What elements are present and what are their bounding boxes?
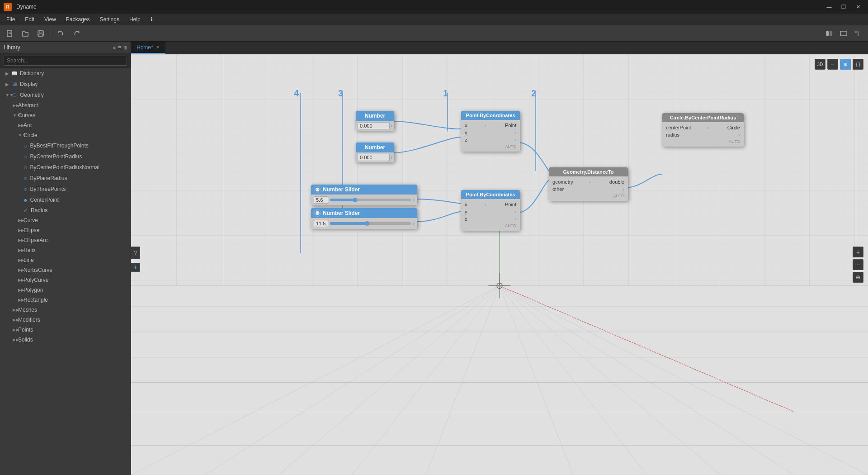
tree-item-nurbscurve[interactable]: ▶ NurbsCurve xyxy=(0,265,131,275)
helix-label: Helix xyxy=(24,247,127,253)
tree-item-ellipse[interactable]: ▶ Ellipse xyxy=(0,225,131,235)
menu-view[interactable]: View xyxy=(40,15,61,24)
number-node-1-value[interactable]: 0.000 xyxy=(358,122,390,129)
slider-2-thumb[interactable] xyxy=(365,221,369,226)
point-node-2-body: x › Point y › z › AUTO xyxy=(461,199,520,231)
tab-close-icon[interactable]: ✕ xyxy=(156,45,160,50)
curves-arrow: ▼ xyxy=(13,113,18,118)
layout2-button[interactable] xyxy=(837,27,850,40)
point-node-2[interactable]: Point.ByCoordinates x › Point y › z › xyxy=(461,190,520,231)
library-view-btn[interactable]: ☰ xyxy=(118,45,122,50)
number-node-2-value[interactable]: 0.000 xyxy=(358,154,390,161)
slider-1-icon: ⊛ xyxy=(314,186,321,193)
circle-center-label: centerPoint xyxy=(666,125,691,130)
point-node-1[interactable]: Point.ByCoordinates x › Point y › z › xyxy=(461,111,520,152)
menu-info[interactable]: ℹ xyxy=(146,15,157,24)
number-node-1-header: Number xyxy=(356,111,394,121)
tree-item-meshes[interactable]: ▶ Meshes xyxy=(0,305,131,315)
tab-home-label: Home* xyxy=(137,44,153,51)
search-input[interactable] xyxy=(4,56,127,66)
marker-2: 2 xyxy=(531,88,536,99)
point-1-y-arrow: › xyxy=(514,130,516,135)
close-button[interactable]: ✕ xyxy=(852,2,864,11)
circle-node[interactable]: Circle.ByCenterPointRadius centerPoint ›… xyxy=(662,113,744,147)
distanceto-node[interactable]: Geometry.DistanceTo geometry › double ot… xyxy=(549,167,628,201)
tree-item-ellipsearc[interactable]: ▶ EllipseArc xyxy=(0,235,131,245)
slider-node-1[interactable]: ⊛ Number Slider 5.6 › xyxy=(311,185,417,205)
menu-settings[interactable]: Settings xyxy=(95,15,124,24)
point-1-x-arrow: › xyxy=(484,123,486,128)
tree-item-byplane[interactable]: ○ ByPlaneRadius xyxy=(0,173,131,184)
tree-item-geometry[interactable]: ▼ ⬡ Geometry xyxy=(0,90,131,100)
view-3d-button[interactable]: 3D xyxy=(815,59,826,70)
canvas-help-button[interactable]: ? xyxy=(131,247,140,259)
bybest-label: ByBestFitThroughPoints xyxy=(30,142,88,149)
open-button[interactable] xyxy=(19,27,32,40)
tree-item-bythree[interactable]: ○ ByThreePoints xyxy=(0,184,131,195)
number-node-1[interactable]: Number 0.000 › xyxy=(356,111,394,131)
slider-1-track[interactable] xyxy=(330,199,411,201)
slider-1-value[interactable]: 5.6 xyxy=(314,196,328,204)
svg-rect-8 xyxy=(840,31,847,36)
circle-row-center: centerPoint › Circle xyxy=(664,124,742,131)
tree-item-display[interactable]: 🖥 Display xyxy=(0,79,131,90)
menu-file[interactable]: File xyxy=(2,15,19,24)
slider-node-2[interactable]: ⊛ Number Slider 11.5 › xyxy=(311,208,417,229)
layout3-button[interactable] xyxy=(852,27,864,40)
view-toggle-button[interactable]: ↔ xyxy=(827,59,838,70)
tree-item-polygon[interactable]: ▶ Polygon xyxy=(0,285,131,295)
tree-item-bybest[interactable]: ○ ByBestFitThroughPoints xyxy=(0,140,131,151)
slider-2-track[interactable] xyxy=(330,222,411,225)
modifiers-label: Modifiers xyxy=(18,317,127,323)
tab-home[interactable]: Home* ✕ xyxy=(131,42,165,54)
library-grid-btn[interactable]: ⊞ xyxy=(123,45,127,50)
dictionary-label: Dictionary xyxy=(20,70,127,76)
tree-item-bycenter-normal[interactable]: ○ ByCenterPointRadiusNormal xyxy=(0,162,131,173)
canvas-viewport[interactable]: 4 3 1 2 Number 0.000 › Number 0.000 › xyxy=(131,54,868,475)
tree-item-curves[interactable]: ▼ Curves xyxy=(0,110,131,120)
library-panel: Library ≡ ☰ ⊞ 📖 Dictionary 🖥 Display xyxy=(0,42,131,475)
point-1-y-label: y xyxy=(465,130,467,135)
zoom-in-button[interactable]: + xyxy=(853,247,863,257)
app-title: Dynamo xyxy=(16,4,37,10)
zoom-out-button[interactable]: − xyxy=(853,259,863,270)
tree-item-line[interactable]: ▶ Line xyxy=(0,255,131,265)
view-code-button[interactable]: { } xyxy=(853,59,863,70)
minimize-button[interactable]: — xyxy=(823,2,835,11)
slider-2-value[interactable]: 11.5 xyxy=(314,220,328,227)
new-button[interactable] xyxy=(4,27,16,40)
save-button[interactable] xyxy=(34,27,47,40)
slider-1-thumb[interactable] xyxy=(353,198,357,202)
meshes-label: Meshes xyxy=(18,307,127,313)
menu-packages[interactable]: Packages xyxy=(61,15,94,24)
tree-item-dictionary[interactable]: 📖 Dictionary xyxy=(0,68,131,79)
tree-item-curve[interactable]: ▶ Curve xyxy=(0,215,131,225)
circle-center-arrow: › xyxy=(707,125,709,130)
circle-radius-label: radius xyxy=(666,132,679,138)
library-sort-btn[interactable]: ≡ xyxy=(113,45,116,50)
tree-item-solids[interactable]: ▶ Solids xyxy=(0,335,131,345)
tree-item-rectangle[interactable]: ▶ Rectangle xyxy=(0,295,131,305)
zoom-controls: + − ⊕ xyxy=(853,247,863,283)
tree-item-polycurve[interactable]: ▶ PolyCurve xyxy=(0,275,131,285)
zoom-fit-button[interactable]: ⊕ xyxy=(853,272,863,283)
tree-item-abstract[interactable]: ▶ Abstract xyxy=(0,100,131,110)
tree-item-centerpoint[interactable]: ● CenterPoint xyxy=(0,195,131,205)
maximize-button[interactable]: ❐ xyxy=(837,2,850,11)
tree-item-modifiers[interactable]: ▶ Modifiers xyxy=(0,315,131,325)
menu-help[interactable]: Help xyxy=(125,15,145,24)
tree-item-points[interactable]: ▶ Points xyxy=(0,325,131,335)
tree-item-radius[interactable]: ✓ Radius xyxy=(0,205,131,215)
tree-item-arc[interactable]: ▶ Arc xyxy=(0,120,131,130)
undo-button[interactable] xyxy=(55,27,67,40)
menu-edit[interactable]: Edit xyxy=(20,15,39,24)
canvas-add-button[interactable]: + xyxy=(131,263,140,272)
point-1-output-label: Point xyxy=(505,123,516,128)
tree-item-bycenterpoint[interactable]: ○ ByCenterPointRadius xyxy=(0,151,131,162)
redo-button[interactable] xyxy=(70,27,83,40)
layout1-button[interactable] xyxy=(823,27,835,40)
tree-item-helix[interactable]: ▶ Helix xyxy=(0,245,131,255)
number-node-2[interactable]: Number 0.000 › xyxy=(356,142,394,162)
view-split-button[interactable]: ⊞ xyxy=(840,59,851,70)
tree-item-circle[interactable]: ▼ Circle xyxy=(0,130,131,140)
